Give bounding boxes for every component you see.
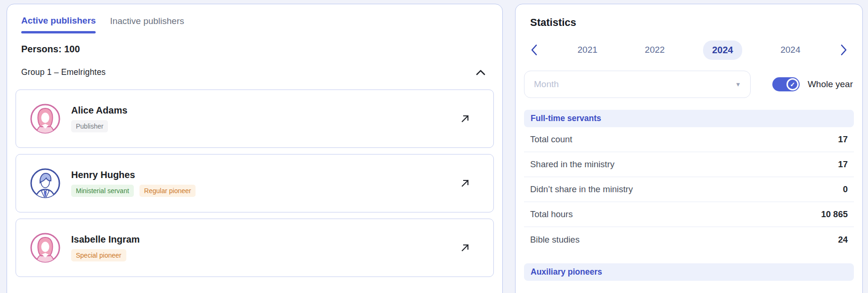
previous-year-button[interactable] (529, 42, 539, 57)
whole-year-label: Whole year (808, 79, 853, 90)
check-icon: ✓ (786, 78, 799, 90)
persons-count: Persons: 100 (16, 44, 494, 55)
badge-row: Publisher (71, 120, 458, 133)
person-name: Alice Adams (71, 105, 458, 116)
tab-active-publishers[interactable]: Active publishers (21, 16, 96, 33)
section-header-auxiliary-pioneers: Auxiliary pioneers (524, 263, 854, 281)
stat-label: Total count (530, 134, 572, 145)
open-person-button[interactable] (458, 240, 473, 255)
male-avatar (30, 168, 61, 199)
active-tab-underline (21, 31, 96, 33)
person-info: Henry Hughes Ministerial servant Regular… (71, 170, 458, 197)
statistics-table: Total count 17 Shared in the ministry 17… (524, 127, 854, 252)
stat-value: 17 (838, 134, 848, 145)
female-avatar (30, 103, 61, 134)
month-select[interactable]: ▾ (524, 71, 751, 98)
arrow-up-right-icon (459, 113, 471, 124)
whole-year-control: ✓ Whole year (772, 77, 854, 91)
badge-row: Special pioneer (71, 249, 458, 262)
person-card-list: Alice Adams Publisher (16, 90, 494, 277)
group-header[interactable]: Group 1 – Emelrightes (16, 67, 494, 77)
table-row: Shared in the ministry 17 (524, 152, 854, 177)
stat-value: 0 (843, 184, 848, 195)
person-name: Henry Hughes (71, 170, 458, 180)
stat-value: 17 (838, 159, 848, 170)
person-info: Alice Adams Publisher (71, 105, 458, 133)
role-badge: Ministerial servant (71, 185, 134, 197)
statistics-title: Statistics (524, 15, 854, 29)
table-row: Total count 17 (524, 127, 854, 152)
tab-active-publishers-label: Active publishers (21, 16, 96, 26)
group-title: Group 1 – Emelrightes (21, 67, 106, 77)
stat-label: Bible studies (530, 235, 580, 245)
tab-inactive-publishers-label: Inactive publishers (110, 16, 184, 26)
role-badge: Special pioneer (71, 249, 126, 262)
collapse-group-button[interactable] (474, 68, 487, 77)
arrow-up-right-icon (459, 242, 471, 253)
tab-inactive-publishers[interactable]: Inactive publishers (110, 16, 184, 33)
role-badge: Regular pioneer (139, 185, 196, 197)
stat-label: Total hours (530, 209, 573, 220)
person-card[interactable]: Isabelle Ingram Special pioneer (16, 219, 494, 277)
table-row: Total hours 10 865 (524, 202, 854, 227)
chevron-up-icon (476, 70, 485, 75)
publishers-panel: Active publishers Inactive publishers Pe… (7, 4, 503, 293)
stat-label: Didn’t share in the ministry (530, 184, 633, 195)
month-select-input[interactable] (524, 79, 750, 90)
badge-row: Ministerial servant Regular pioneer (71, 185, 458, 197)
stat-label: Shared in the ministry (530, 159, 614, 170)
year-option[interactable]: 2024 (771, 41, 809, 59)
publishers-tabs: Active publishers Inactive publishers (16, 16, 494, 33)
statistics-panel: Statistics 2021 2022 2024 2024 ▾ ✓ Whole… (515, 4, 863, 293)
year-option[interactable]: 2021 (569, 41, 606, 59)
arrow-up-right-icon (459, 178, 471, 189)
year-navigation: 2021 2022 2024 2024 (524, 40, 854, 60)
whole-year-toggle[interactable]: ✓ (772, 77, 800, 91)
year-option[interactable]: 2022 (636, 41, 673, 59)
table-row: Didn’t share in the ministry 0 (524, 177, 854, 202)
stat-value: 24 (838, 235, 848, 245)
chevron-left-icon (531, 44, 537, 56)
female-avatar (30, 232, 61, 263)
chevron-right-icon (841, 44, 847, 56)
person-card[interactable]: Henry Hughes Ministerial servant Regular… (16, 154, 494, 212)
table-row: Bible studies 24 (524, 227, 854, 252)
stat-value: 10 865 (821, 209, 848, 220)
role-badge: Publisher (71, 120, 108, 133)
person-info: Isabelle Ingram Special pioneer (71, 234, 458, 262)
open-person-button[interactable] (458, 176, 473, 191)
open-person-button[interactable] (458, 111, 473, 126)
section-header-full-time-servants: Full-time servants (524, 110, 854, 127)
person-card[interactable]: Alice Adams Publisher (16, 90, 494, 148)
person-name: Isabelle Ingram (71, 234, 458, 245)
filter-controls: ▾ ✓ Whole year (524, 71, 854, 98)
year-option-selected[interactable]: 2024 (703, 41, 742, 60)
next-year-button[interactable] (839, 42, 849, 57)
